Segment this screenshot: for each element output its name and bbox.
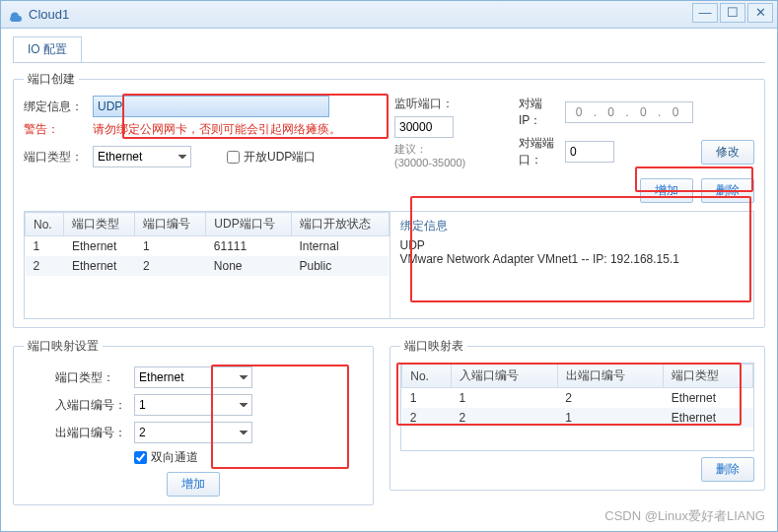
in-port-label: 入端口编号：: [55, 397, 126, 414]
map-type-select[interactable]: Ethernet: [134, 366, 252, 388]
peer-ip-input[interactable]: [565, 101, 693, 123]
bind-select[interactable]: UDP: [93, 96, 329, 117]
tab-bar: IO 配置: [13, 36, 765, 63]
in-port-select[interactable]: 1: [134, 394, 252, 416]
port-table[interactable]: No. 端口类型 端口编号 UDP端口号 端口开放状态 1Ethernet161…: [25, 212, 389, 276]
bind-info-line1: UDP: [400, 238, 744, 252]
app-window: Cloud1 — ☐ ✕ IO 配置 端口创建 绑定信息： UDP: [0, 0, 778, 532]
warn-text: 请勿绑定公网网卡，否则可能会引起网络瘫痪。: [93, 121, 341, 138]
warn-label: 警告：: [24, 121, 87, 138]
table-row[interactable]: 221Ethernet: [402, 408, 753, 428]
tab-io-config[interactable]: IO 配置: [13, 36, 82, 62]
delete-port-button[interactable]: 删除: [701, 178, 754, 203]
out-port-label: 出端口编号：: [55, 425, 126, 441]
bidir-checkbox[interactable]: [134, 451, 147, 464]
watermark: CSDN @Linux爱好者LIANG: [604, 507, 765, 525]
suggest-range: (30000-35000): [394, 157, 503, 168]
port-create-group: 端口创建 绑定信息： UDP 警告： 请勿绑定公网网卡，否则可能会引起网络瘫痪。: [13, 71, 765, 328]
map-type-label: 端口类型：: [55, 369, 126, 386]
open-udp-checkbox[interactable]: [227, 151, 240, 164]
delete-map-button[interactable]: 删除: [701, 457, 754, 482]
listen-port-label: 监听端口：: [394, 96, 454, 112]
window-title: Cloud1: [29, 7, 69, 22]
out-port-select[interactable]: 2: [134, 422, 252, 443]
map-set-group: 端口映射设置 端口类型： Ethernet 入端口编号： 1 出端口编号： 2 …: [13, 338, 374, 505]
map-set-legend: 端口映射设置: [24, 338, 103, 355]
close-button[interactable]: ✕: [747, 3, 773, 23]
open-udp-label: 开放UDP端口: [244, 149, 316, 166]
port-type-select[interactable]: Ethernet: [93, 146, 191, 167]
titlebar: Cloud1 — ☐ ✕: [1, 1, 777, 29]
table-row[interactable]: 1Ethernet161111Internal: [26, 236, 389, 257]
peer-port-label: 对端端口：: [519, 135, 557, 168]
suggest-label: 建议：: [394, 142, 427, 157]
peer-port-input[interactable]: [565, 141, 614, 163]
port-type-label: 端口类型：: [24, 149, 87, 166]
map-table[interactable]: No. 入端口编号 出端口编号 端口类型 112Ethernet 221Ethe…: [401, 364, 753, 428]
port-create-legend: 端口创建: [24, 71, 79, 88]
add-map-button[interactable]: 增加: [167, 472, 220, 497]
map-table-legend: 端口映射表: [400, 338, 467, 355]
listen-port-input[interactable]: [394, 116, 454, 138]
bind-info-line2: VMware Network Adapter VMnet1 -- IP: 192…: [400, 252, 744, 266]
minimize-button[interactable]: —: [692, 3, 718, 23]
peer-ip-label: 对端IP：: [519, 96, 557, 129]
add-port-button[interactable]: 增加: [640, 178, 693, 203]
modify-button[interactable]: 修改: [701, 140, 754, 165]
map-table-group: 端口映射表 No. 入端口编号 出端口编号 端口类型 112Ethernet 2…: [389, 338, 765, 491]
app-icon: [7, 7, 23, 23]
bind-label: 绑定信息：: [24, 99, 87, 115]
table-row[interactable]: 112Ethernet: [402, 388, 753, 409]
bind-info-title: 绑定信息: [400, 218, 744, 234]
maximize-button[interactable]: ☐: [720, 3, 745, 23]
table-row[interactable]: 2Ethernet2NonePublic: [26, 256, 389, 276]
bidir-label: 双向通道: [151, 449, 198, 466]
